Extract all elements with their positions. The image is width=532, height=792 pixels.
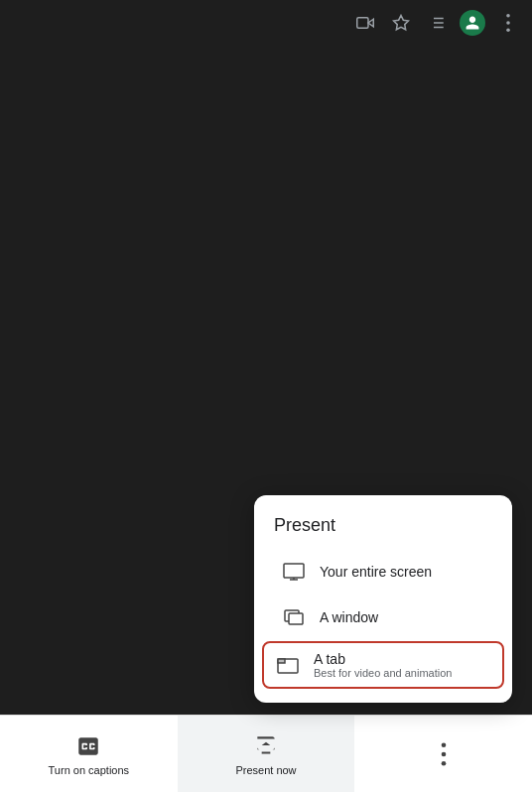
present-option-tab-label: A tab — [314, 651, 452, 667]
present-option-window[interactable]: A window — [262, 595, 504, 639]
video-camera-icon[interactable] — [349, 7, 381, 39]
captions-icon — [74, 732, 102, 760]
present-now-button[interactable]: Present now — [178, 716, 355, 792]
present-option-tab-text: A tab Best for video and animation — [314, 651, 452, 679]
svg-marker-19 — [262, 741, 271, 744]
svg-point-21 — [441, 751, 446, 756]
svg-rect-1 — [357, 18, 368, 29]
present-popup: Present Your entire screen A window — [254, 495, 512, 703]
present-option-screen-text: Your entire screen — [320, 564, 432, 580]
svg-rect-16 — [289, 613, 303, 624]
svg-point-11 — [506, 28, 510, 32]
svg-marker-0 — [368, 19, 373, 27]
account-avatar-icon[interactable] — [457, 7, 488, 39]
present-option-screen[interactable]: Your entire screen — [262, 550, 504, 594]
chrome-more-icon[interactable] — [492, 7, 524, 39]
svg-point-22 — [441, 760, 446, 765]
window-icon — [282, 605, 306, 629]
captions-label: Turn on captions — [49, 764, 130, 776]
present-option-window-text: A window — [320, 609, 378, 625]
present-popup-title: Present — [254, 515, 512, 548]
more-options-button[interactable] — [354, 716, 532, 792]
svg-rect-18 — [278, 659, 285, 663]
queue-icon[interactable] — [421, 7, 453, 39]
present-option-tab[interactable]: A tab Best for video and animation — [262, 641, 504, 689]
bottom-toolbar: Turn on captions Present now — [0, 715, 532, 792]
present-option-screen-label: Your entire screen — [320, 564, 432, 580]
present-option-tab-sublabel: Best for video and animation — [314, 667, 452, 679]
captions-button[interactable]: Turn on captions — [0, 716, 178, 792]
tab-icon — [276, 653, 300, 677]
svg-point-20 — [441, 742, 446, 747]
present-now-label: Present now — [235, 764, 296, 776]
svg-marker-2 — [394, 16, 409, 30]
svg-rect-12 — [284, 564, 304, 578]
more-vert-icon — [430, 740, 458, 768]
present-now-icon — [252, 732, 280, 760]
svg-point-10 — [506, 21, 510, 25]
chrome-bar — [0, 0, 532, 46]
present-option-window-label: A window — [320, 609, 378, 625]
svg-point-9 — [506, 14, 510, 18]
screen-icon — [282, 560, 306, 584]
star-icon[interactable] — [385, 7, 417, 39]
